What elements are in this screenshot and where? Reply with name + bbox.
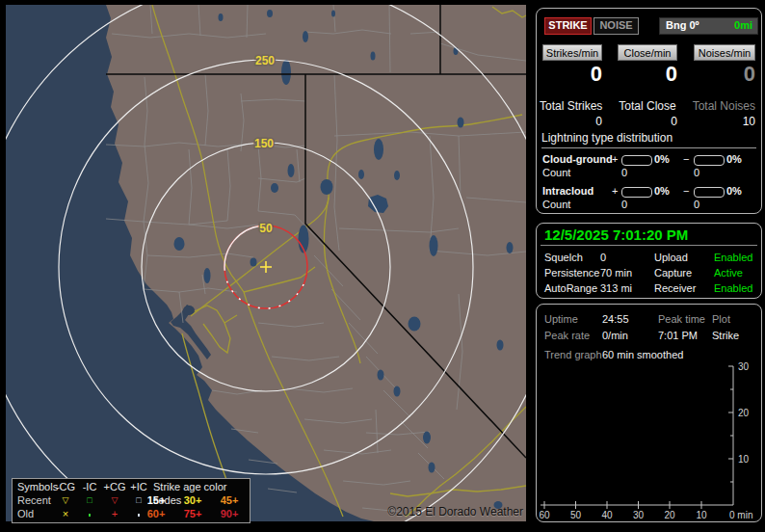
age-45-label: 45+	[217, 493, 242, 507]
squelch-value: 0	[600, 250, 606, 265]
peak-rate-value: 0/min	[602, 328, 628, 343]
age-15-label: 15+	[144, 493, 169, 507]
app-window: 50 150 250 ©2015 El Dorado Weather Symbo…	[0, 0, 765, 532]
plot-series-value: Strike	[712, 328, 739, 343]
cg-plus-percent: 0%	[654, 153, 670, 166]
x-tick-30: 30	[633, 510, 645, 519]
x-tick-50: 50	[570, 510, 582, 519]
strike-mode-button[interactable]: STRIKE	[544, 17, 592, 35]
map-canvas: 50 150 250	[6, 5, 526, 521]
receiver-label: Receiver	[654, 280, 696, 296]
x-tick-0min: 0 min	[729, 510, 752, 519]
peak-rate-label: Peak rate	[544, 328, 590, 343]
close-per-min-value: 0	[618, 62, 677, 87]
intracloud-label: Intracloud	[542, 185, 594, 198]
y-tick-10: 10	[738, 454, 750, 465]
squelch-label: Squelch	[544, 250, 583, 265]
plot-label: Plot	[712, 311, 730, 327]
current-datetime: 12/5/2025 7:01:20 PM	[544, 226, 688, 243]
cg-minus-percent: 0%	[726, 153, 742, 166]
total-close-label: Total Close	[614, 99, 681, 113]
recent-neg-cg-triangle-icon: ▽	[53, 493, 78, 507]
legend-neg-cg-header: -CG	[53, 480, 78, 493]
old-neg-ic-dot-icon	[78, 507, 101, 520]
datetime-separator	[541, 245, 757, 246]
capture-status: Active	[714, 265, 743, 280]
strike-counters-panel: STRIKE NOISE Bng 0º 0mi Strikes/min Clos…	[536, 8, 762, 214]
uptime-label: Uptime	[544, 311, 578, 327]
distribution-title: Lightning type distribution	[541, 131, 756, 148]
age-60-label: 60+	[144, 507, 169, 520]
peak-time-value: 7:01 PM	[658, 328, 698, 343]
age-90-label: 90+	[217, 507, 242, 520]
ic-plus-percent: 0%	[654, 185, 670, 198]
recent-pos-cg-triangle-icon: ▽	[101, 493, 128, 507]
map-copyright: ©2015 El Dorado Weather	[387, 505, 523, 519]
bearing-distance-value: 0mi	[734, 18, 752, 33]
strikes-per-min-value: 0	[542, 62, 602, 87]
persistence-label: Persistence	[544, 265, 599, 280]
close-per-min-button[interactable]: Close/min	[618, 44, 677, 61]
noise-mode-button[interactable]: NOISE	[594, 17, 639, 35]
legend-pos-ic-header: +IC	[126, 480, 151, 493]
ring-label-150: 150	[254, 137, 274, 150]
upload-label: Upload	[654, 250, 688, 265]
age-75-label: 75+	[180, 507, 205, 520]
total-noises-value: 10	[694, 115, 755, 128]
strikes-per-min-button[interactable]: Strikes/min	[542, 44, 602, 61]
cg-minus-count: 0	[694, 167, 699, 179]
ic-minus-sign: −	[683, 185, 689, 198]
autorange-label: AutoRange	[544, 280, 597, 296]
ic-plus-bar	[621, 187, 652, 198]
cg-minus-sign: −	[683, 153, 689, 166]
strike-trend-graph: 30 20 10 60 50 40 30 20 10 0 min	[537, 360, 761, 519]
status-panel: 12/5/2025 7:01:20 PM Squelch 0 Upload En…	[536, 223, 762, 299]
ic-minus-count: 0	[694, 199, 699, 211]
legend-recent-label: Recent	[17, 493, 51, 507]
uptime-value: 24:55	[602, 311, 629, 327]
upload-status: Enabled	[714, 250, 752, 265]
total-strikes-label: Total Strikes	[540, 99, 609, 113]
x-tick-20: 20	[664, 510, 675, 519]
capture-label: Capture	[654, 265, 692, 280]
legend-symbols-header: Symbols	[17, 480, 58, 493]
noises-per-min-value: 0	[694, 62, 755, 87]
ring-label-50: 50	[259, 222, 273, 235]
cg-plus-bar	[621, 155, 652, 166]
old-neg-cg-x-icon: ×	[53, 507, 78, 520]
symbols-legend: Symbols -CG -IC +CG +IC Strike age color…	[12, 478, 251, 523]
noises-per-min-button[interactable]: Noises/min	[694, 44, 755, 61]
trend-panel: Uptime 24:55 Peak time Plot Peak rate 0/…	[536, 304, 762, 522]
ring-label-250: 250	[255, 54, 275, 67]
ic-minus-percent: 0%	[726, 185, 742, 198]
total-close-value: 0	[618, 115, 677, 128]
cg-minus-bar	[694, 155, 725, 166]
recent-neg-ic-square-icon: □	[78, 493, 101, 507]
bearing-display: Bng 0º 0mi	[659, 17, 758, 35]
bearing-label: Bng 0º	[666, 18, 699, 33]
cg-count-label: Count	[542, 167, 570, 179]
lightning-range-map[interactable]: 50 150 250 ©2015 El Dorado Weather	[6, 5, 526, 521]
legend-neg-ic-header: -IC	[78, 480, 101, 493]
age-30-label: 30+	[180, 493, 205, 507]
ic-plus-count: 0	[621, 199, 627, 211]
total-strikes-value: 0	[542, 115, 602, 128]
ic-plus-sign: +	[612, 185, 618, 198]
ic-minus-bar	[694, 187, 725, 198]
cloud-ground-label: Cloud-ground	[542, 153, 613, 166]
legend-old-label: Old	[17, 507, 34, 520]
legend-pos-cg-header: +CG	[101, 480, 128, 493]
cg-plus-sign: +	[612, 153, 618, 166]
x-tick-10: 10	[696, 510, 707, 519]
y-tick-30: 30	[738, 361, 750, 372]
y-tick-20: 20	[738, 408, 750, 418]
persistence-value: 70 min	[600, 265, 632, 280]
peak-time-label: Peak time	[658, 311, 705, 327]
old-pos-cg-plus-icon: +	[101, 507, 128, 520]
autorange-value: 313 mi	[600, 280, 632, 296]
x-tick-60: 60	[539, 510, 550, 519]
ic-count-label: Count	[542, 199, 570, 211]
receiver-status: Enabled	[714, 280, 752, 296]
x-tick-40: 40	[601, 510, 613, 519]
total-noises-label: Total Noises	[686, 99, 755, 113]
